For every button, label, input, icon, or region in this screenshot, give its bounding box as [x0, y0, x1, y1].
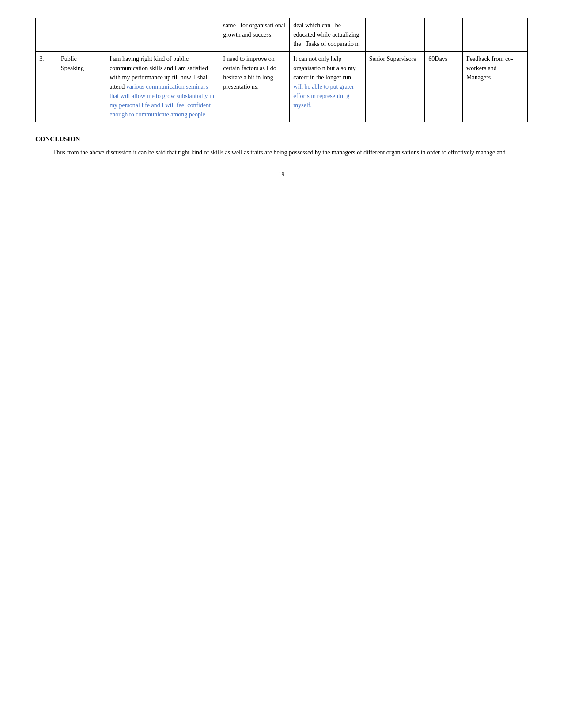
table-row: same for organisati onal growth and succ… — [36, 18, 528, 52]
conclusion-section: CONCLUSION Thus from the above discussio… — [35, 135, 528, 158]
cell-col5-3: Senior Supervisors — [365, 52, 425, 122]
cell-col3-3: I need to improve on certain factors as … — [219, 52, 290, 122]
cell-col4-3: It can not only help organisatio n but a… — [290, 52, 365, 122]
cell-col3-top: same for organisati onal growth and succ… — [219, 18, 290, 52]
cell-desc-3: I am having right kind of public communi… — [106, 52, 219, 122]
page-number: 19 — [35, 171, 528, 178]
col4-black-text: It can not only help organisatio n but a… — [293, 56, 355, 81]
cell-col5-empty — [365, 18, 425, 52]
cell-desc-empty — [106, 18, 219, 52]
cell-topic-empty — [57, 18, 106, 52]
cell-col7-empty — [463, 18, 528, 52]
table-row-3: 3. PublicSpeaking I am having right kind… — [36, 52, 528, 122]
cell-num-3: 3. — [36, 52, 57, 122]
col4-top-text: deal which can be educated while actuali… — [293, 22, 360, 47]
cell-topic-3: PublicSpeaking — [57, 52, 106, 122]
cell-num-empty — [36, 18, 57, 52]
conclusion-body: Thus from the above discussion it can be… — [35, 147, 528, 158]
conclusion-title: CONCLUSION — [35, 135, 528, 143]
cell-col4-top: deal which can be educated while actuali… — [290, 18, 365, 52]
col3-top-text: same for organisati onal growth and succ… — [223, 22, 286, 38]
main-table: same for organisati onal growth and succ… — [35, 18, 528, 122]
cell-col6-empty — [425, 18, 463, 52]
cell-col7-3: Feedback from co-workers and Managers. — [463, 52, 528, 122]
cell-col6-3: 60Days — [425, 52, 463, 122]
